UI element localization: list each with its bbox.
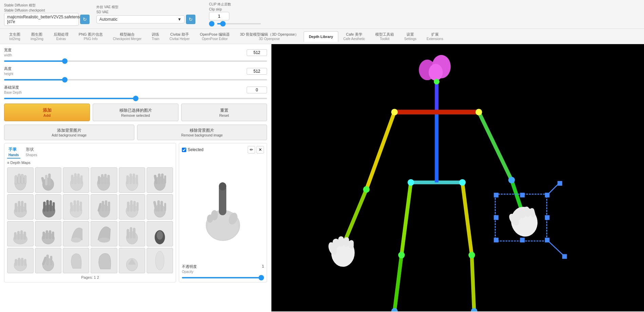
hand-icon-8 [38,196,58,218]
svg-rect-61 [17,231,20,240]
reset-button[interactable]: 重置 Reset [181,104,267,121]
bg-buttons-row: 添加背景图片 Add background image 移除背景图片 Remov… [4,125,267,140]
skeleton-svg [271,44,644,311]
tab-extras[interactable]: 后期处理 Extras [49,29,74,44]
svg-point-114 [363,186,370,193]
vae-refresh-button[interactable]: ↻ [186,15,195,24]
tab-train[interactable]: 训练 Train [147,29,164,44]
tab-shapes[interactable]: 形状 Shapes [24,146,39,159]
selected-preview [182,155,264,261]
hand-thumb-1[interactable] [7,167,34,193]
width-slider[interactable] [4,60,267,62]
svg-rect-50 [127,202,129,212]
hand-thumb-4[interactable] [91,167,117,193]
svg-rect-135 [494,193,498,198]
hand-thumb-2[interactable] [35,167,61,193]
pages-indicator: Pages: 1 2 [7,275,173,279]
tab-cafe-aesthetic[interactable]: Cafe 美学 Cafe Aesthetic [338,29,370,44]
hand-thumb-13[interactable] [7,221,34,246]
hand-thumb-10[interactable] [91,194,117,220]
vae-section: 外挂 VAE 模型 SD VAE Automatic ▼ ↻ [96,5,195,24]
add-button[interactable]: 添加 Add [4,104,90,121]
opacity-slider[interactable] [182,277,264,278]
hand-icon-17 [122,223,142,245]
svg-rect-15 [98,176,100,184]
base-depth-slider[interactable] [4,98,267,99]
tab-3d-openpose[interactable]: 3D 骨架模型编辑（3D Openpose） 3D Openpose [235,29,304,44]
tab-openpose-editor[interactable]: OpenPose 编辑器 OpenPose Editor [195,29,235,44]
hand-thumb-7[interactable] [7,194,34,220]
vae-select[interactable]: Automatic ▼ [96,15,185,23]
svg-rect-38 [53,202,55,211]
svg-rect-11 [74,173,77,184]
model-label-cn: Stable Diffusion 模型 [4,3,90,8]
selected-checkbox[interactable] [182,148,186,152]
hand-thumb-22[interactable] [91,248,117,273]
selected-checkbox-row: Selected [182,147,204,152]
svg-rect-85 [50,256,53,265]
tab-settings[interactable]: 设置 Settings [399,29,421,44]
model-refresh-button[interactable]: ↻ [80,15,90,24]
svg-rect-17 [104,174,107,184]
edit-button[interactable]: ✏ [248,146,255,153]
clip-section: CLIP 终止层数 Clip skip [209,2,261,26]
hand-icon-18 [150,223,170,245]
hand-icon-9 [66,196,86,218]
hand-thumb-17[interactable] [119,221,145,246]
hand-icon-15 [66,223,86,245]
clip-slider[interactable] [217,23,261,24]
clip-label-en: Clip skip [209,7,261,11]
canvas-area[interactable] [271,44,644,311]
svg-rect-30 [15,203,17,213]
svg-rect-146 [562,254,567,259]
clip-label-cn: CLIP 终止层数 [209,2,261,7]
close-selected-button[interactable]: ✕ [257,146,264,153]
library-left: 手掌 Hands 形状 Shapes ≡ Depth Maps [4,143,176,282]
remove-selected-button[interactable]: 移除已选择的图片 Remove selected [93,104,178,121]
tab-extensions[interactable]: 扩展 Extensions [421,29,448,44]
selected-actions: ✏ ✕ [248,146,264,153]
tab-civitai-helper[interactable]: Civitai 助手 Civitai Helper [165,29,195,44]
svg-rect-60 [14,232,17,240]
svg-rect-144 [557,181,562,186]
hand-thumb-5[interactable] [119,167,145,193]
remove-background-button[interactable]: 移除背景图片 Remove background image [137,125,267,140]
hand-thumb-8[interactable] [35,194,61,220]
hand-thumb-6[interactable] [147,167,173,193]
hand-thumb-20[interactable] [35,248,61,273]
hand-thumb-11[interactable] [119,194,145,220]
hand-thumb-18[interactable] [147,221,173,246]
hand-thumb-21[interactable] [63,248,89,273]
hand-thumb-24[interactable] [147,248,173,273]
hand-thumb-23[interactable] [119,248,145,273]
add-background-button[interactable]: 添加背景图片 Add background image [4,125,134,140]
height-value-input[interactable] [247,68,267,75]
base-depth-value-input[interactable] [247,87,267,93]
tab-png-info[interactable]: PNG 图片信息 PNG Info [74,29,108,44]
tab-toolkit[interactable]: 模型工具箱 Toolkit [370,29,399,44]
svg-point-116 [408,179,414,186]
height-slider[interactable] [4,79,267,80]
clip-slider-row [209,21,261,26]
height-slider-group: 高度 height [4,66,267,81]
svg-rect-31 [18,201,20,212]
tab-img2img[interactable]: 图生图 img2img [25,29,49,44]
tab-txt2img[interactable]: 文生图 txt2img [4,29,25,44]
hand-thumb-14[interactable] [35,221,61,246]
width-slider-group: 宽度 width [4,48,267,63]
hand-thumb-15[interactable] [63,221,89,246]
hand-thumb-12[interactable] [147,194,173,220]
clip-value-input[interactable] [209,12,229,20]
height-label-en: height [4,72,13,76]
svg-rect-28 [164,176,166,184]
hand-thumb-3[interactable] [63,167,89,193]
tab-depth-library[interactable]: Depth Library [304,31,338,42]
hand-thumb-16[interactable] [91,221,117,246]
model-select[interactable]: majicmixRealistic_betterV2V25.safetensor… [4,13,79,26]
hand-thumb-9[interactable] [63,194,89,220]
hand-thumb-19[interactable] [7,248,34,273]
tab-checkpoint-merger[interactable]: 模型融合 Checkpoint Merger [108,29,147,44]
width-value-input[interactable] [247,49,267,56]
svg-rect-124 [338,236,344,246]
tab-hands[interactable]: 手掌 Hands [7,146,20,159]
